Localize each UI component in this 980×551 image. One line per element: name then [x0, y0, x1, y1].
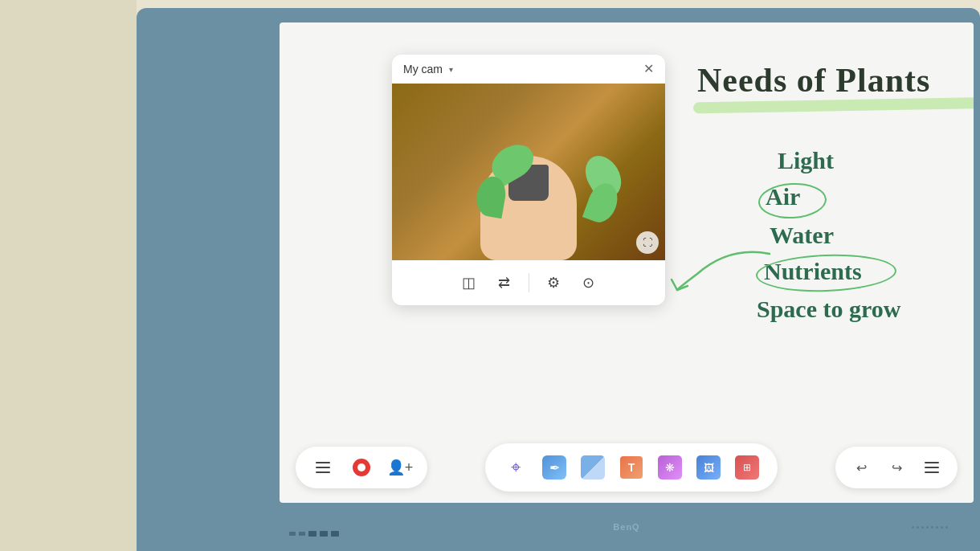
- redo-button[interactable]: ↪: [882, 453, 911, 482]
- list-item-water: Water: [770, 222, 834, 249]
- undo-button[interactable]: ↩: [847, 453, 876, 482]
- lasso-tool-button[interactable]: ⌖: [498, 450, 533, 485]
- record-button[interactable]: [347, 453, 376, 482]
- cam-title-area: My cam ▾: [403, 63, 453, 76]
- record-dot: [357, 463, 365, 471]
- cam-title: My cam: [403, 63, 443, 76]
- more-options-button[interactable]: [917, 453, 946, 482]
- lasso-icon: ⌖: [511, 457, 521, 478]
- menu-line-2: [316, 467, 330, 468]
- add-user-button[interactable]: 👤+: [386, 453, 414, 482]
- brand-logo: BenQ: [613, 522, 639, 532]
- port-usb-3: [331, 531, 339, 537]
- more-line-3: [925, 471, 939, 473]
- cam-header: My cam ▾ ✕: [392, 55, 665, 84]
- port-usb-2: [320, 531, 328, 537]
- speaker-right: [912, 526, 948, 529]
- screen: Needs of Plants Light Air Water Nutrient…: [280, 22, 974, 503]
- image-icon: ❋: [658, 455, 682, 480]
- text-icon: T: [620, 456, 643, 479]
- flip-icon: ⇄: [498, 274, 510, 292]
- apps-tool-button[interactable]: ⊞: [729, 450, 765, 485]
- toolbar-left: 👤+: [296, 447, 427, 488]
- gallery-icon: 🖼: [696, 455, 721, 480]
- gallery-tool-button[interactable]: 🖼: [691, 450, 726, 485]
- undo-icon: ↩: [856, 460, 867, 475]
- cam-image: ⛶: [392, 84, 665, 260]
- toolbar-center: ⌖ ✒ T ❋ 🖼: [485, 443, 778, 492]
- image-tool-button[interactable]: ❋: [652, 450, 688, 485]
- apps-icon: ⊞: [735, 455, 759, 480]
- camera-settings-button[interactable]: ⊙: [574, 268, 603, 297]
- arrow-annotation: [665, 238, 778, 302]
- record-indicator: [353, 459, 370, 476]
- shape-icon: [581, 455, 605, 480]
- toolbar-right: ↩ ↪: [835, 447, 958, 488]
- cam-controls: ◫ ⇄ ⚙ ⊙: [392, 260, 665, 305]
- expand-icon: ⛶: [643, 237, 652, 248]
- expand-button[interactable]: ⛶: [636, 231, 659, 254]
- monitor-ports: [289, 531, 339, 537]
- monitor-bottom-bar: BenQ: [273, 503, 980, 551]
- cam-divider: [529, 273, 529, 292]
- wall-background: [0, 0, 137, 551]
- port-dp: [299, 532, 305, 536]
- whiteboard: Needs of Plants Light Air Water Nutrient…: [280, 22, 974, 503]
- port-hdmi: [289, 532, 296, 536]
- settings-icon: ⚙: [547, 274, 560, 292]
- pen-icon: ✒: [542, 455, 566, 480]
- whiteboard-title: Needs of Plants: [697, 61, 930, 100]
- pen-tool-button[interactable]: ✒: [537, 450, 572, 485]
- list-item-light: Light: [778, 147, 834, 174]
- text-tool-button[interactable]: T: [614, 450, 649, 485]
- bottom-toolbar: 👤+ ⌖ ✒ T: [280, 443, 974, 492]
- add-user-icon: 👤+: [387, 459, 414, 476]
- list-item-space: Space to grow: [757, 296, 900, 323]
- more-line-1: [925, 462, 939, 463]
- menu-button[interactable]: [308, 453, 337, 482]
- cam-widget: My cam ▾ ✕ ⛶: [392, 55, 665, 305]
- more-line-2: [925, 467, 939, 468]
- port-usb-1: [308, 531, 316, 537]
- settings-button[interactable]: ⚙: [539, 268, 568, 297]
- camera-icon: ⊙: [582, 274, 594, 292]
- redo-icon: ↪: [892, 460, 902, 475]
- monitor-frame: Needs of Plants Light Air Water Nutrient…: [137, 8, 980, 551]
- more-icon: [925, 462, 939, 473]
- menu-icon: [316, 462, 330, 473]
- cam-close-button[interactable]: ✕: [643, 63, 654, 76]
- flip-button[interactable]: ⇄: [490, 268, 519, 297]
- mirror-icon: ◫: [462, 274, 476, 292]
- cam-dropdown-icon[interactable]: ▾: [449, 65, 453, 74]
- menu-line-3: [316, 471, 330, 473]
- menu-line-1: [316, 462, 330, 463]
- plant-photo: [392, 84, 665, 260]
- mirror-button[interactable]: ◫: [455, 268, 484, 297]
- shape-tool-button[interactable]: [575, 450, 610, 485]
